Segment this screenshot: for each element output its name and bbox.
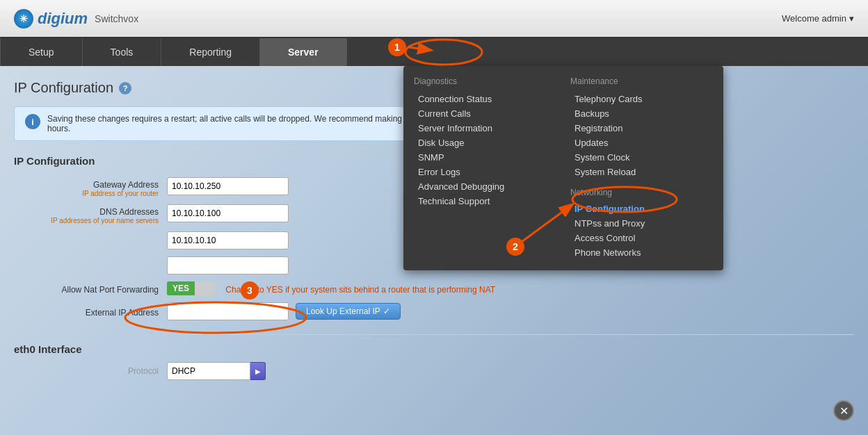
lookup-external-ip-button[interactable]: Look Up External IP ✓ xyxy=(296,303,401,320)
dropdown-ntps-proxy[interactable]: NTPss and Proxy xyxy=(570,216,713,231)
info-icon: i xyxy=(25,114,40,129)
welcome-arrow-icon: ▾ xyxy=(849,13,854,24)
nat-row: Allow Nat Port Forwarding YES Change to … xyxy=(14,281,854,295)
dropdown-phone-networks[interactable]: Phone Networks xyxy=(570,245,713,260)
dropdown-access-control[interactable]: Access Control xyxy=(570,231,713,245)
dropdown-server-information[interactable]: Server Information xyxy=(414,121,556,136)
help-icon[interactable]: ? xyxy=(119,82,131,95)
main-nav: Setup Tools Reporting Server xyxy=(0,38,868,66)
protocol-label: Protocol xyxy=(14,366,167,376)
header: ✳ digium Switchvox Welcome admin ▾ xyxy=(0,0,868,38)
annotation-2: 2 xyxy=(506,238,524,256)
nav-setup[interactable]: Setup xyxy=(0,38,83,66)
close-button[interactable]: ✕ xyxy=(833,400,854,421)
dns-label: DNS Addresses IP addresses of your name … xyxy=(14,204,167,224)
dropdown-advanced-debugging[interactable]: Advanced Debugging xyxy=(414,179,556,194)
dns2-input[interactable] xyxy=(167,231,289,249)
page-title-text: IP Configuration xyxy=(14,80,113,96)
dns3-label xyxy=(14,256,167,259)
dropdown-registration[interactable]: Registration xyxy=(570,121,713,136)
dns1-input[interactable] xyxy=(167,204,289,222)
checkmark-icon: ✓ xyxy=(383,306,390,316)
server-dropdown: Diagnostics Connection Status Current Ca… xyxy=(403,66,723,270)
nav-server[interactable]: Server xyxy=(260,38,347,66)
dropdown-current-calls[interactable]: Current Calls xyxy=(414,106,556,121)
logo-icon: ✳ xyxy=(14,9,33,28)
nav-reporting[interactable]: Reporting xyxy=(161,38,260,66)
maintenance-title: Maintenance xyxy=(570,76,713,86)
dropdown-error-logs[interactable]: Error Logs xyxy=(414,165,556,179)
dropdown-disk-usage[interactable]: Disk Usage xyxy=(414,136,556,150)
gateway-label: Gateway Address IP address of your route… xyxy=(14,177,167,197)
dropdown-ip-configuration[interactable]: IP Configuration xyxy=(570,202,713,216)
dropdown-system-clock[interactable]: System Clock xyxy=(570,150,713,165)
nav-tools[interactable]: Tools xyxy=(83,38,162,66)
nat-hint: Change to YES if your system sits behind… xyxy=(225,282,495,295)
welcome-area[interactable]: Welcome admin ▾ xyxy=(782,13,854,24)
protocol-row: Protocol ▶ xyxy=(14,362,854,380)
eth0-section-title: eth0 Interface xyxy=(14,334,854,355)
dropdown-connection-status[interactable]: Connection Status xyxy=(414,92,556,106)
annotation-3: 3 xyxy=(241,281,259,299)
dropdown-updates[interactable]: Updates xyxy=(570,136,713,150)
nat-toggle-yes[interactable]: YES xyxy=(167,281,195,295)
dns2-label xyxy=(14,231,167,234)
maintenance-col: Maintenance Telephony Cards Backups Regi… xyxy=(570,76,713,260)
diagnostics-col: Diagnostics Connection Status Current Ca… xyxy=(414,76,556,260)
logo-text: digium xyxy=(38,10,88,28)
nat-toggle-no[interactable] xyxy=(195,281,215,295)
gateway-input[interactable] xyxy=(167,177,289,195)
dropdown-technical-support[interactable]: Technical Support xyxy=(414,194,556,208)
external-ip-input[interactable] xyxy=(167,302,289,320)
protocol-input[interactable] xyxy=(167,362,250,380)
dns3-input[interactable] xyxy=(167,256,289,274)
nat-label: Allow Nat Port Forwarding xyxy=(14,282,167,295)
protocol-arrow-icon[interactable]: ▶ xyxy=(250,362,266,380)
dropdown-snmp[interactable]: SNMP xyxy=(414,150,556,165)
networking-title: Networking xyxy=(570,188,713,197)
dns-sub: IP addresses of your name servers xyxy=(14,217,159,224)
dropdown-telephony-cards[interactable]: Telephony Cards xyxy=(570,92,713,106)
external-ip-label: External IP Address xyxy=(14,305,167,318)
logo-sub: Switchvox xyxy=(95,13,138,24)
welcome-text: Welcome admin xyxy=(782,13,846,24)
external-ip-row: External IP Address Look Up External IP … xyxy=(14,302,854,320)
dropdown-backups[interactable]: Backups xyxy=(570,106,713,121)
diagnostics-title: Diagnostics xyxy=(414,76,556,86)
annotation-1: 1 xyxy=(388,38,406,56)
gateway-sub: IP address of your router xyxy=(14,190,159,197)
logo-area: ✳ digium Switchvox xyxy=(14,9,138,28)
dropdown-columns: Diagnostics Connection Status Current Ca… xyxy=(414,76,713,260)
dropdown-system-reload[interactable]: System Reload xyxy=(570,165,713,179)
